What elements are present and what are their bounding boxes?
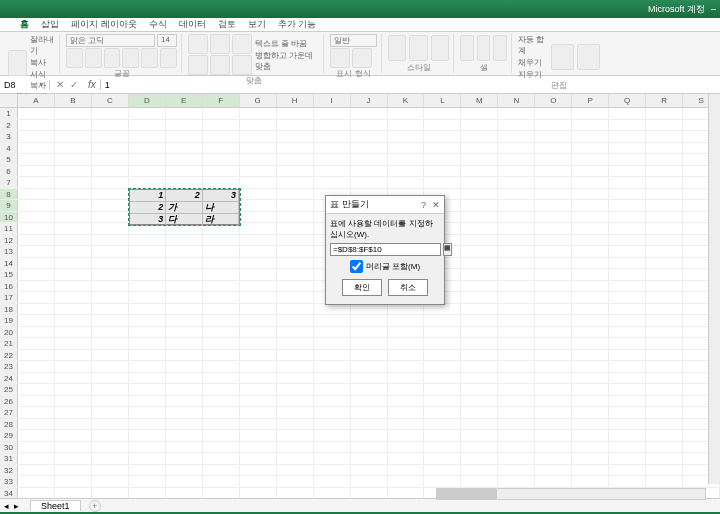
- cell[interactable]: [203, 108, 240, 119]
- cell[interactable]: [498, 396, 535, 407]
- cell[interactable]: [18, 269, 55, 280]
- cell[interactable]: [203, 476, 240, 487]
- cell[interactable]: [240, 315, 277, 326]
- cell[interactable]: [240, 200, 277, 211]
- cell[interactable]: [424, 384, 461, 395]
- cell[interactable]: [203, 292, 240, 303]
- cell[interactable]: [646, 258, 683, 269]
- cell[interactable]: [572, 350, 609, 361]
- cell[interactable]: [388, 476, 425, 487]
- cell[interactable]: [92, 189, 129, 200]
- cell[interactable]: [129, 327, 166, 338]
- italic-button[interactable]: [85, 48, 102, 68]
- cell[interactable]: [535, 350, 572, 361]
- percent-button[interactable]: [352, 48, 372, 68]
- cell[interactable]: [92, 430, 129, 441]
- cell[interactable]: [55, 269, 92, 280]
- row-header-19[interactable]: 19: [0, 315, 18, 326]
- cell[interactable]: [240, 269, 277, 280]
- cell[interactable]: [166, 396, 203, 407]
- cell[interactable]: [646, 384, 683, 395]
- col-header-D[interactable]: D: [129, 94, 166, 107]
- cell[interactable]: [18, 373, 55, 384]
- cell[interactable]: [646, 419, 683, 430]
- cell[interactable]: [55, 304, 92, 315]
- cell[interactable]: [461, 166, 498, 177]
- cell[interactable]: [461, 120, 498, 131]
- cell[interactable]: [351, 350, 388, 361]
- cell-E8[interactable]: 2: [166, 190, 202, 202]
- cell[interactable]: [166, 258, 203, 269]
- cell[interactable]: [92, 177, 129, 188]
- cell[interactable]: [388, 350, 425, 361]
- cell[interactable]: [646, 304, 683, 315]
- cell[interactable]: [166, 166, 203, 177]
- cell[interactable]: [388, 361, 425, 372]
- cell[interactable]: [240, 108, 277, 119]
- col-header-N[interactable]: N: [498, 94, 535, 107]
- cell[interactable]: [388, 120, 425, 131]
- cell[interactable]: [240, 465, 277, 476]
- add-sheet-button[interactable]: +: [89, 500, 101, 512]
- range-input[interactable]: [330, 243, 441, 256]
- cell[interactable]: [55, 465, 92, 476]
- cell[interactable]: [166, 350, 203, 361]
- cell[interactable]: [203, 396, 240, 407]
- cell[interactable]: [535, 154, 572, 165]
- cell[interactable]: [314, 488, 351, 499]
- cell[interactable]: [92, 235, 129, 246]
- cell[interactable]: [314, 304, 351, 315]
- cell[interactable]: [55, 488, 92, 499]
- cell[interactable]: [498, 154, 535, 165]
- tab-addins[interactable]: 추가 기능: [278, 18, 317, 31]
- cell[interactable]: [535, 327, 572, 338]
- cell[interactable]: [314, 465, 351, 476]
- cell[interactable]: [55, 223, 92, 234]
- cell[interactable]: [129, 258, 166, 269]
- cell[interactable]: [646, 235, 683, 246]
- cell[interactable]: [535, 419, 572, 430]
- cell[interactable]: [609, 430, 646, 441]
- cell[interactable]: [646, 407, 683, 418]
- cell[interactable]: [92, 384, 129, 395]
- cell[interactable]: [166, 120, 203, 131]
- cell[interactable]: [240, 338, 277, 349]
- cell[interactable]: [461, 143, 498, 154]
- cell[interactable]: [18, 327, 55, 338]
- row-header-12[interactable]: 12: [0, 235, 18, 246]
- cell[interactable]: [277, 407, 314, 418]
- cell[interactable]: [498, 108, 535, 119]
- cell[interactable]: [646, 442, 683, 453]
- row-header-31[interactable]: 31: [0, 453, 18, 464]
- row-header-28[interactable]: 28: [0, 419, 18, 430]
- row-header-26[interactable]: 26: [0, 396, 18, 407]
- cell[interactable]: [609, 166, 646, 177]
- name-box[interactable]: D8 ▼: [0, 80, 50, 90]
- row-header-3[interactable]: 3: [0, 131, 18, 142]
- cell[interactable]: [572, 189, 609, 200]
- cell[interactable]: [535, 235, 572, 246]
- cell[interactable]: [277, 350, 314, 361]
- cell[interactable]: [498, 143, 535, 154]
- cell[interactable]: [646, 120, 683, 131]
- cell[interactable]: [424, 373, 461, 384]
- cell[interactable]: [92, 453, 129, 464]
- cell[interactable]: [166, 407, 203, 418]
- cell[interactable]: [572, 292, 609, 303]
- row-header-34[interactable]: 34: [0, 488, 18, 499]
- cell[interactable]: [240, 166, 277, 177]
- cell[interactable]: [277, 361, 314, 372]
- row-header-22[interactable]: 22: [0, 350, 18, 361]
- cell[interactable]: [55, 453, 92, 464]
- cell[interactable]: [314, 419, 351, 430]
- cell[interactable]: [18, 143, 55, 154]
- cell[interactable]: [166, 154, 203, 165]
- cell[interactable]: [424, 120, 461, 131]
- number-format-select[interactable]: 일반: [330, 34, 377, 47]
- cell[interactable]: [572, 304, 609, 315]
- cell[interactable]: [388, 108, 425, 119]
- cell[interactable]: [535, 373, 572, 384]
- cell[interactable]: [129, 396, 166, 407]
- cell[interactable]: [572, 465, 609, 476]
- row-header-7[interactable]: 7: [0, 177, 18, 188]
